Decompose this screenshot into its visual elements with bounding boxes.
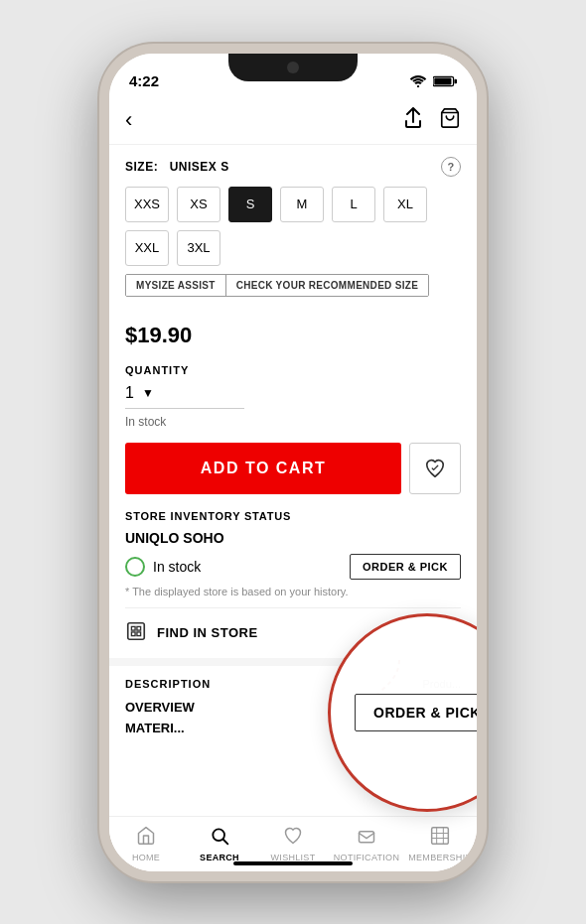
svg-rect-3: [434, 77, 451, 84]
home-tab-label: HOME: [132, 853, 160, 862]
svg-rect-5: [128, 622, 145, 639]
quantity-value: 1: [125, 384, 134, 402]
size-btn-m[interactable]: M: [280, 187, 324, 222]
description-label: DESCRIPTION: [125, 678, 211, 690]
notification-icon: [357, 826, 376, 851]
store-status-row: In stock ORDER & PICK: [125, 554, 461, 580]
find-in-store-label: FIND IN STORE: [157, 625, 258, 640]
tab-notification[interactable]: NOTIFICATION: [330, 826, 403, 862]
store-note: * The displayed store is based on your h…: [125, 586, 461, 597]
store-stock-text: In stock: [153, 559, 201, 575]
stock-status: In stock: [125, 415, 461, 429]
nav-bar: ‹: [109, 97, 477, 145]
svg-rect-13: [432, 827, 449, 844]
svg-rect-8: [131, 631, 135, 635]
stock-indicator: [125, 557, 145, 577]
nav-actions: [403, 107, 461, 134]
svg-rect-2: [454, 78, 457, 82]
wifi-icon: [409, 74, 427, 87]
size-label: SIZE: UNISEX S ?: [125, 157, 461, 177]
tab-search[interactable]: SEARCH: [183, 826, 256, 862]
phone-wrapper: 4:22 ‹: [0, 0, 586, 924]
svg-rect-9: [137, 631, 141, 635]
store-name: UNIQLO SOHO: [125, 530, 461, 546]
svg-line-11: [223, 839, 228, 844]
svg-rect-6: [131, 626, 135, 630]
back-button[interactable]: ‹: [125, 107, 132, 133]
svg-point-0: [417, 85, 419, 87]
order-pick-button[interactable]: ORDER & PICK: [350, 554, 461, 580]
size-text: SIZE: UNISEX S: [125, 160, 229, 174]
phone-frame: 4:22 ‹: [99, 44, 487, 881]
size-section: SIZE: UNISEX S ? XXS XS S M L XL XXL: [125, 157, 461, 311]
selected-size-text: UNISEX S: [170, 160, 229, 174]
status-icons: [409, 74, 457, 87]
svg-rect-7: [137, 626, 141, 630]
phone-camera: [287, 62, 299, 73]
add-to-cart-button[interactable]: ADD TO CART: [125, 443, 401, 494]
wishlist-button[interactable]: [409, 443, 461, 494]
battery-icon: [433, 75, 457, 87]
mysize-assist-button[interactable]: MYSIZE ASSIST: [126, 275, 225, 296]
share-icon[interactable]: [403, 107, 423, 134]
tab-membership[interactable]: MEMBERSHIP: [403, 826, 477, 862]
size-btn-l[interactable]: L: [332, 187, 375, 222]
phone-notch: [228, 54, 358, 81]
store-inventory-title: STORE INVENTORY STATUS: [125, 510, 461, 522]
help-icon[interactable]: ?: [441, 157, 461, 177]
size-options: XXS XS S M L XL XXL 3XL: [125, 187, 461, 266]
quantity-dropdown-icon: ▼: [142, 386, 154, 400]
tab-home[interactable]: HOME: [109, 826, 183, 862]
wishlist-icon: [283, 826, 303, 851]
store-status-left: In stock: [125, 557, 201, 577]
svg-rect-12: [360, 831, 374, 842]
size-btn-xxs[interactable]: XXS: [125, 187, 169, 222]
price: $19.90: [125, 323, 461, 348]
membership-icon: [430, 826, 450, 851]
quantity-section: QUANTITY 1 ▼ In stock: [125, 364, 461, 429]
size-btn-xs[interactable]: XS: [177, 187, 220, 222]
cart-icon[interactable]: [439, 107, 461, 134]
order-pick-large-button[interactable]: ORDER & PICK: [355, 694, 477, 731]
screen: ‹: [109, 97, 477, 871]
home-icon: [136, 826, 156, 851]
status-time: 4:22: [129, 72, 159, 89]
tab-wishlist[interactable]: WISHLIST: [256, 826, 330, 862]
find-store-icon: [125, 620, 147, 646]
quantity-select[interactable]: 1 ▼: [125, 384, 244, 409]
membership-tab-label: MEMBERSHIP: [408, 853, 472, 862]
add-to-cart-row: ADD TO CART: [125, 443, 461, 494]
home-indicator: [233, 861, 353, 865]
quantity-label: QUANTITY: [125, 364, 461, 376]
size-btn-xl[interactable]: XL: [383, 187, 427, 222]
search-icon: [210, 826, 229, 851]
size-btn-s[interactable]: S: [228, 187, 272, 222]
mysize-bar: MYSIZE ASSIST CHECK YOUR RECOMMENDED SIZ…: [125, 274, 429, 297]
size-btn-xxl[interactable]: XXL: [125, 230, 169, 266]
check-size-button[interactable]: CHECK YOUR RECOMMENDED SIZE: [226, 275, 429, 296]
size-btn-3xl[interactable]: 3XL: [177, 230, 220, 266]
